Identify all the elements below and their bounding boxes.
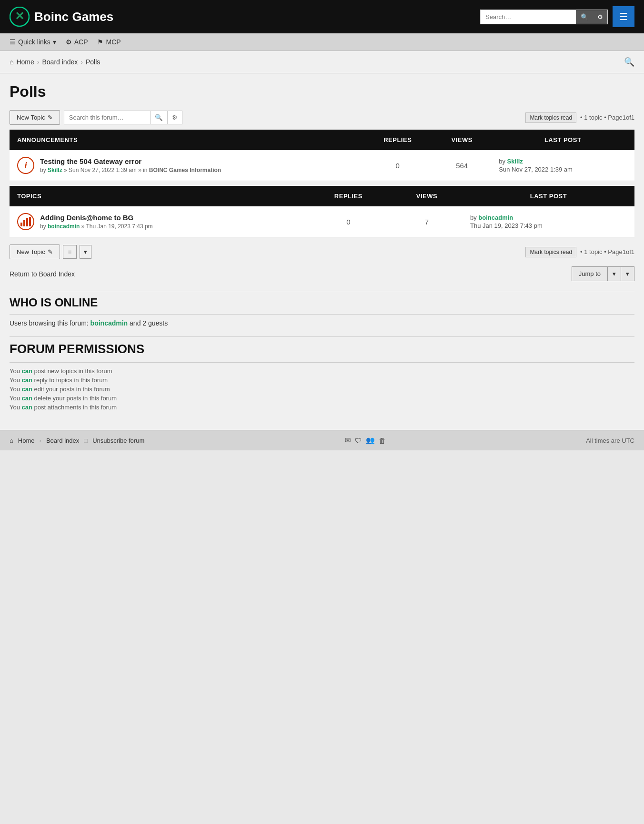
global-search-box: 🔍 ⚙ bbox=[480, 10, 608, 24]
breadcrumb-bar: ⌂ Home › Board index › Polls 🔍 bbox=[0, 51, 644, 73]
footer-unsubscribe-link[interactable]: Unsubscribe forum bbox=[92, 437, 144, 444]
svg-rect-5 bbox=[29, 217, 31, 226]
footer-board-index-link[interactable]: Board index bbox=[46, 437, 79, 444]
last-post-author-link[interactable]: boincadmin bbox=[478, 214, 513, 221]
svg-rect-4 bbox=[26, 218, 28, 226]
forum-search-input[interactable] bbox=[64, 111, 150, 124]
mark-topics-read-bottom[interactable]: Mark topics read bbox=[525, 247, 576, 257]
topics-col-replies: REPLIES bbox=[306, 186, 391, 206]
toolbar-right: Mark topics read • 1 topic • Page1of1 bbox=[525, 112, 634, 123]
footer-right: All times are UTC bbox=[586, 437, 634, 444]
home-icon: ⌂ bbox=[10, 58, 13, 66]
footer-home-link[interactable]: Home bbox=[18, 437, 35, 444]
trash-icon: 🗑 bbox=[379, 437, 386, 445]
last-post-time: Thu Jan 19, 2023 7:43 pm bbox=[470, 222, 627, 229]
footer-left: ⌂ Home ‹ Board index □ Unsubscribe forum bbox=[10, 437, 144, 444]
forum-search-submit[interactable]: 🔍 bbox=[150, 111, 167, 124]
table-row: i Testing the 504 Gateway error by Skill… bbox=[10, 150, 634, 181]
permissions-section: FORUM PERMISSIONS You can post new topic… bbox=[10, 342, 634, 411]
views-count: 564 bbox=[433, 150, 491, 181]
who-online-title: WHO IS ONLINE bbox=[10, 296, 634, 309]
announcement-icon: i bbox=[17, 157, 34, 174]
mcp-link[interactable]: ⚑ MCP bbox=[97, 38, 121, 46]
logo-icon: ✕ bbox=[10, 7, 30, 27]
return-to-board-index[interactable]: Return to Board Index bbox=[10, 270, 75, 278]
topic-author-link[interactable]: Skillz bbox=[48, 167, 62, 173]
jump-to-button[interactable]: ▾ bbox=[607, 266, 621, 281]
permission-item: You can post attachments in this forum bbox=[10, 404, 634, 411]
can-text: can bbox=[22, 367, 32, 375]
breadcrumb-search-button[interactable]: 🔍 bbox=[624, 57, 634, 67]
last-post-time: Sun Nov 27, 2022 1:39 am bbox=[499, 166, 627, 173]
bottom-toolbar-right: Mark topics read • 1 topic • Page1of1 bbox=[525, 247, 634, 257]
bottom-toolbar-left: New Topic ✎ ≡ ▾ bbox=[10, 244, 91, 259]
can-text: can bbox=[22, 404, 32, 411]
global-search-submit[interactable]: 🔍 bbox=[576, 10, 593, 24]
chevron-down-icon: ▾ bbox=[53, 38, 56, 46]
who-online-section: WHO IS ONLINE Users browsing this forum:… bbox=[10, 296, 634, 327]
topics-col-topic: TOPICS bbox=[10, 186, 306, 206]
sort-dropdown-button[interactable]: ▾ bbox=[80, 245, 91, 259]
last-post-author-link[interactable]: Skillz bbox=[507, 158, 523, 165]
return-jump-bar: Return to Board Index Jump to ▾ ▾ bbox=[10, 266, 634, 281]
announcements-col-lastpost: LAST POST bbox=[491, 130, 634, 150]
site-header: ✕ Boinc Games 🔍 ⚙ ☰ bbox=[0, 0, 644, 33]
permission-item: You can reply to topics in this forum bbox=[10, 376, 634, 384]
new-topic-button-bottom[interactable]: New Topic ✎ bbox=[10, 244, 60, 259]
views-count: 7 bbox=[391, 206, 463, 237]
announcements-col-replies: REPLIES bbox=[362, 130, 433, 150]
global-search-input[interactable] bbox=[481, 10, 576, 23]
breadcrumb-sep-2: › bbox=[80, 58, 83, 66]
top-toolbar: New Topic ✎ 🔍 ⚙ Mark topics read • 1 top… bbox=[10, 110, 634, 125]
forum-search-advanced[interactable]: ⚙ bbox=[167, 111, 182, 124]
permissions-list: You can post new topics in this forumYou… bbox=[10, 367, 634, 411]
online-user-link[interactable]: boincadmin bbox=[91, 319, 128, 327]
divider-2 bbox=[10, 336, 634, 337]
acp-icon: ⚙ bbox=[66, 38, 72, 46]
jump-to-dropdown[interactable]: ▾ bbox=[621, 266, 634, 281]
acp-link[interactable]: ⚙ ACP bbox=[66, 38, 88, 46]
svg-rect-2 bbox=[20, 223, 22, 226]
breadcrumb-home[interactable]: Home bbox=[16, 58, 34, 66]
navbar: ☰ Quick links ▾ ⚙ ACP ⚑ MCP bbox=[0, 33, 644, 51]
page-info-bottom: • 1 topic • Page1of1 bbox=[580, 248, 634, 255]
svg-rect-3 bbox=[23, 220, 25, 226]
last-post-cell: by boincadmin Thu Jan 19, 2023 7:43 pm bbox=[463, 206, 634, 237]
forum-search-box: 🔍 ⚙ bbox=[64, 111, 182, 124]
topic-title-link[interactable]: Adding Denis@home to BG bbox=[40, 214, 133, 222]
breadcrumb-board-index[interactable]: Board index bbox=[42, 58, 78, 66]
header-right: 🔍 ⚙ ☰ bbox=[480, 6, 634, 27]
topic-title-link[interactable]: Testing the 504 Gateway error bbox=[40, 157, 141, 165]
sort-button[interactable]: ≡ bbox=[63, 245, 77, 259]
can-text: can bbox=[22, 395, 32, 402]
email-icon: ✉ bbox=[345, 436, 351, 445]
announcements-table: ANNOUNCEMENTS REPLIES VIEWS LAST POST i … bbox=[10, 130, 634, 181]
global-search-advanced[interactable]: ⚙ bbox=[593, 10, 607, 24]
quicklinks-menu[interactable]: ☰ Quick links ▾ bbox=[10, 38, 56, 46]
announcements-col-views: VIEWS bbox=[433, 130, 491, 150]
announcements-col-topic: ANNOUNCEMENTS bbox=[10, 130, 362, 150]
pencil-icon: ✎ bbox=[48, 114, 53, 121]
breadcrumb-sep-1: › bbox=[37, 58, 40, 66]
who-online-divider bbox=[10, 314, 634, 315]
hamburger-menu-button[interactable]: ☰ bbox=[613, 6, 634, 27]
shield-icon: 🛡 bbox=[355, 437, 362, 445]
topic-cell: i Testing the 504 Gateway error by Skill… bbox=[17, 157, 355, 174]
online-text: Users browsing this forum: boincadmin an… bbox=[10, 319, 634, 327]
main-content: Polls New Topic ✎ 🔍 ⚙ Mark topics read •… bbox=[0, 73, 644, 430]
permission-item: You can post new topics in this forum bbox=[10, 367, 634, 375]
table-row: Adding Denis@home to BG by boincadmin » … bbox=[10, 206, 634, 237]
toolbar-left: New Topic ✎ 🔍 ⚙ bbox=[10, 110, 182, 125]
topic-icon bbox=[17, 213, 34, 230]
topic-meta: by boincadmin » Thu Jan 19, 2023 7:43 pm bbox=[40, 223, 153, 230]
can-text: can bbox=[22, 376, 32, 384]
last-post-cell: by Skillz Sun Nov 27, 2022 1:39 am bbox=[491, 150, 634, 181]
new-topic-button-top[interactable]: New Topic ✎ bbox=[10, 110, 60, 125]
topic-author-link[interactable]: boincadmin bbox=[48, 223, 80, 230]
replies-count: 0 bbox=[306, 206, 391, 237]
replies-count: 0 bbox=[362, 150, 433, 181]
permissions-divider bbox=[10, 362, 634, 363]
mark-topics-read-top[interactable]: Mark topics read bbox=[525, 112, 576, 123]
can-text: can bbox=[22, 386, 32, 393]
permissions-title: FORUM PERMISSIONS bbox=[10, 342, 634, 356]
